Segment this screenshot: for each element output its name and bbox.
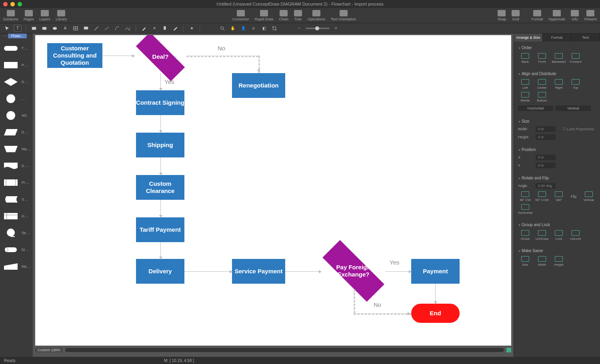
stencil-circle[interactable]: NO — [0, 107, 33, 124]
segment-tool[interactable] — [103, 25, 111, 32]
zoom-in-icon[interactable]: + — [332, 25, 340, 32]
eraser-tool[interactable]: ◧ — [260, 25, 268, 32]
horizontal-scrollbar[interactable] — [65, 348, 504, 352]
btn-group[interactable]: Group — [518, 230, 532, 241]
zoom-level[interactable]: Custom 126% — [35, 348, 63, 352]
distribute-vertical[interactable]: Vertical — [556, 105, 591, 111]
select-tool[interactable] — [3, 25, 11, 32]
btn-left[interactable]: Left — [518, 79, 532, 90]
toolbar-chain[interactable]: Chain — [279, 10, 288, 21]
tab-text[interactable]: Text — [571, 34, 600, 42]
btn-unlock[interactable]: UnLock — [568, 230, 583, 241]
node-consulting[interactable]: Customer Consulting and Quotation — [47, 43, 102, 68]
zoom-slider[interactable] — [306, 28, 330, 29]
rotate-180[interactable]: 180° — [552, 191, 566, 202]
btn-width[interactable]: Width — [535, 256, 549, 267]
toolbar-library[interactable]: Library — [56, 10, 67, 21]
clear-tool[interactable]: ⎚ — [250, 25, 258, 32]
stencil-stored[interactable]: S ... — [0, 191, 33, 208]
angle-input[interactable]: 0.00 deg — [536, 183, 556, 189]
toolbar-pages[interactable]: Pages — [24, 10, 34, 21]
btn-middle[interactable]: Middle — [518, 92, 532, 102]
pen-tool[interactable] — [140, 25, 148, 32]
flip-vertical[interactable]: Vertical — [582, 191, 596, 202]
toolbar-present[interactable]: Present — [584, 10, 597, 21]
stencil-process[interactable]: P ... — [0, 57, 33, 74]
callout-tool[interactable] — [82, 25, 90, 32]
arc-tool[interactable] — [113, 25, 121, 32]
toolbar-text-orientation[interactable]: Text Orientation — [331, 10, 356, 21]
stencil-connector-circle[interactable]: ... — [0, 90, 33, 107]
section-rotate[interactable]: Rotate and Flip — [518, 174, 596, 182]
tab-format[interactable]: Format — [543, 34, 572, 42]
btn-height[interactable]: Height — [552, 256, 566, 267]
node-renegotiation[interactable]: Renegotiation — [232, 73, 285, 98]
eyedropper-tool[interactable] — [171, 25, 179, 32]
toolbar-layers[interactable]: Layers — [40, 10, 50, 21]
node-contract[interactable]: Contract Signing — [136, 90, 184, 115]
line-tool[interactable] — [92, 25, 100, 32]
stencil-data[interactable]: D ... — [0, 124, 33, 141]
section-same[interactable]: Make Same — [518, 247, 596, 255]
zoom-tool[interactable] — [218, 25, 226, 32]
toolbar-info[interactable]: Info — [571, 10, 579, 21]
toolbar-tree[interactable]: Tree — [294, 10, 302, 21]
node-pay-forex[interactable]: Pay Foreign Exchange? — [320, 251, 386, 291]
section-align[interactable]: Align and Distribute — [518, 70, 596, 78]
section-order[interactable]: Order — [518, 44, 596, 52]
text-box-tool[interactable]: A — [61, 25, 69, 32]
height-input[interactable]: 0 in — [536, 134, 556, 140]
distribute-horizontal[interactable]: Horizontal — [518, 105, 553, 111]
node-deal[interactable]: Deal? — [134, 41, 186, 73]
rect-tool[interactable] — [30, 25, 38, 32]
toolbar-rapid-draw[interactable]: Rapid Draw — [254, 10, 273, 21]
toolbar-hypernote[interactable]: Hypernote — [548, 10, 565, 21]
stencil-manual-input[interactable]: Ma ... — [0, 258, 33, 275]
stencil-document[interactable]: D ... — [0, 157, 33, 174]
zoom-out-icon[interactable]: − — [295, 25, 303, 32]
stencil-sequential[interactable]: Se ... — [0, 225, 33, 241]
node-end[interactable]: End — [411, 304, 460, 323]
stencil-direct[interactable]: Di ... — [0, 241, 33, 258]
btn-ungroup[interactable]: UnGroup — [535, 230, 549, 241]
x-input[interactable]: 0 in — [536, 155, 556, 160]
spline-tool[interactable] — [124, 25, 132, 32]
btn-center[interactable]: Center — [535, 79, 549, 90]
node-shipping[interactable]: Shipping — [136, 133, 184, 157]
btn-bottom[interactable]: Bottom — [535, 92, 549, 102]
width-input[interactable]: 0 in — [536, 126, 556, 132]
btn-back[interactable]: Back — [518, 53, 532, 64]
section-size[interactable]: Size — [518, 117, 596, 125]
stencil-manual[interactable]: Ma ... — [0, 141, 33, 157]
canvas[interactable]: Customer Consulting and Quotation Deal? … — [35, 35, 511, 346]
node-customs[interactable]: Custom Clearance — [136, 175, 184, 200]
node-delivery[interactable]: Delivery — [136, 259, 184, 284]
btn-backward[interactable]: Backward — [552, 53, 566, 64]
rotate-90CW[interactable]: 90° CW — [518, 191, 532, 202]
rotate-90CCW[interactable]: 90° CCW — [535, 191, 549, 202]
btn-size[interactable]: Size — [518, 256, 532, 267]
lock-proportions[interactable]: ☐ Lock Proportions — [563, 127, 594, 131]
btn-lock[interactable]: Lock — [552, 230, 566, 241]
node-service-payment[interactable]: Service Payment — [232, 259, 285, 284]
text-tool[interactable]: T — [14, 25, 22, 32]
y-input[interactable]: 0 in — [536, 163, 556, 168]
ellipse-tool[interactable] — [51, 25, 59, 32]
section-position[interactable]: Position — [518, 146, 596, 153]
section-group[interactable]: Group and Lock — [518, 221, 596, 229]
remove-vertex-icon[interactable]: ✕ — [150, 25, 158, 32]
toolbar-operations[interactable]: Operations — [308, 10, 325, 21]
btn-top[interactable]: Top — [568, 79, 583, 90]
btn-front[interactable]: Front — [535, 53, 549, 64]
hot-tool[interactable]: ★ — [188, 25, 196, 32]
toolbar-grid[interactable]: Grid — [512, 10, 520, 21]
stencil-decision[interactable]: D ... — [0, 74, 33, 90]
stencil-internal[interactable]: In ... — [0, 208, 33, 225]
btn-right[interactable]: Right — [552, 79, 566, 90]
toolbar-snap[interactable]: Snap — [498, 10, 506, 21]
person-icon[interactable]: 👤 — [239, 25, 247, 32]
node-tariff[interactable]: Tariff Payment — [136, 217, 184, 242]
table-tool[interactable] — [72, 25, 80, 32]
crop-tool[interactable] — [270, 25, 278, 32]
stencil-predefined[interactable]: Pr ... — [0, 174, 33, 191]
